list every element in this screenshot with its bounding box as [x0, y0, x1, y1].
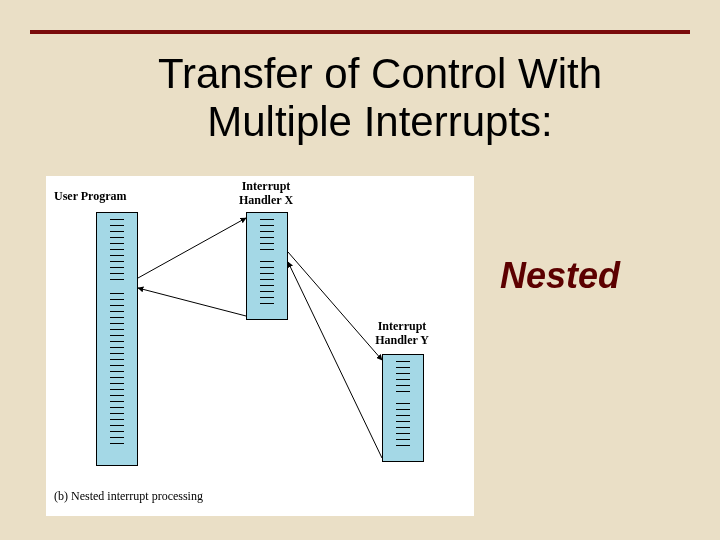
label-handler-x-line2: Handler X	[239, 193, 293, 207]
label-handler-y-line2: Handler Y	[375, 333, 429, 347]
code-dashes	[110, 219, 124, 284]
title-line-1: Transfer of Control With	[158, 50, 602, 97]
svg-line-0	[138, 218, 246, 278]
nested-label: Nested	[460, 255, 660, 297]
label-user-program: User Program	[54, 190, 154, 204]
svg-line-1	[138, 288, 246, 316]
code-dashes	[396, 403, 410, 450]
diagram-panel: User Program Interrupt Handler X Interru…	[46, 176, 474, 516]
label-handler-y: Interrupt Handler Y	[362, 320, 442, 348]
header-divider	[30, 30, 690, 34]
code-dashes	[260, 219, 274, 254]
code-dashes	[260, 261, 274, 308]
page-title: Transfer of Control With Multiple Interr…	[100, 50, 660, 147]
label-handler-x: Interrupt Handler X	[226, 180, 306, 208]
diagram-caption: (b) Nested interrupt processing	[54, 489, 203, 504]
title-line-2: Multiple Interrupts:	[207, 98, 552, 145]
user-program-box	[96, 212, 138, 466]
svg-line-3	[288, 262, 382, 458]
code-dashes	[110, 293, 124, 448]
handler-x-box	[246, 212, 288, 320]
label-handler-x-line1: Interrupt	[242, 179, 291, 193]
label-handler-y-line1: Interrupt	[378, 319, 427, 333]
code-dashes	[396, 361, 410, 396]
handler-y-box	[382, 354, 424, 462]
